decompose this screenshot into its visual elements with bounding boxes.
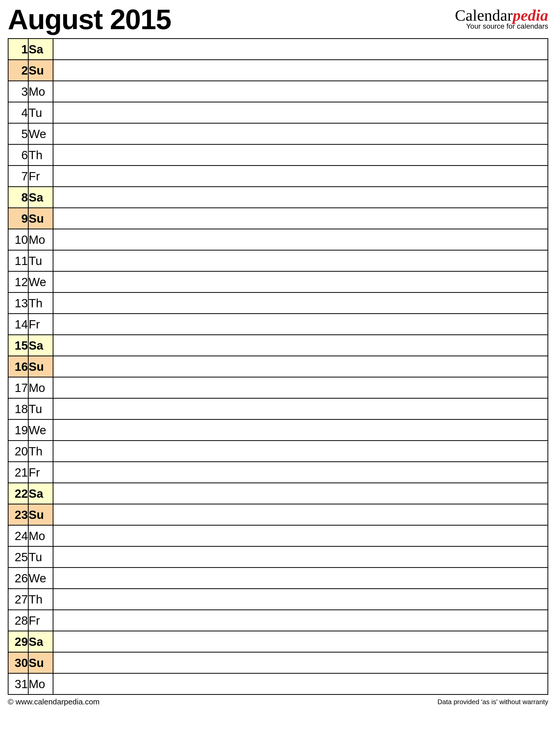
day-number: 2 [8,60,28,81]
day-number: 1 [8,39,28,60]
day-abbr: Sa [28,631,53,652]
day-number: 15 [8,335,28,356]
day-note [53,652,548,673]
calendar-row: 2Su [8,60,548,81]
day-number: 11 [8,250,28,271]
calendar-row: 12We [8,271,548,293]
header: August 2015 Calendarpedia Your source fo… [8,5,548,34]
day-number: 23 [8,504,28,525]
calendar-row: 23Su [8,504,548,525]
day-abbr: Su [28,356,53,377]
brand-prefix: Calendar [455,6,513,24]
day-abbr: Su [28,652,53,673]
footer: © www.calendarpedia.com Data provided 'a… [8,697,548,706]
day-abbr: We [28,420,53,441]
day-note [53,60,548,81]
calendar-row: 29Sa [8,631,548,652]
day-number: 6 [8,145,28,166]
page-title: August 2015 [8,5,171,34]
day-number: 21 [8,462,28,483]
calendar-row: 1Sa [8,39,548,60]
day-note [53,504,548,525]
calendar-row: 3Mo [8,81,548,102]
calendar-row: 13Th [8,293,548,314]
day-number: 18 [8,399,28,420]
day-number: 17 [8,377,28,399]
day-number: 7 [8,166,28,187]
day-note [53,229,548,250]
day-number: 26 [8,568,28,589]
day-number: 14 [8,314,28,335]
calendar-row: 8Sa [8,187,548,208]
day-note [53,377,548,399]
day-abbr: Th [28,441,53,462]
day-note [53,568,548,589]
calendar-row: 7Fr [8,166,548,187]
calendar-row: 6Th [8,145,548,166]
day-abbr: We [28,123,53,145]
calendar-row: 5We [8,123,548,145]
day-abbr: Su [28,504,53,525]
calendar-row: 14Fr [8,314,548,335]
day-number: 28 [8,610,28,631]
day-abbr: Th [28,293,53,314]
day-number: 13 [8,293,28,314]
calendar-row: 22Sa [8,483,548,504]
day-note [53,208,548,229]
day-note [53,335,548,356]
day-number: 9 [8,208,28,229]
day-note [53,441,548,462]
day-number: 25 [8,546,28,568]
day-note [53,399,548,420]
day-abbr: Su [28,60,53,81]
day-note [53,610,548,631]
day-note [53,123,548,145]
brand-block: Calendarpedia Your source for calendars [455,5,548,31]
calendar-row: 4Tu [8,102,548,123]
day-note [53,39,548,60]
day-note [53,420,548,441]
day-note [53,462,548,483]
day-abbr: Mo [28,525,53,546]
day-abbr: We [28,568,53,589]
day-abbr: Th [28,145,53,166]
day-abbr: We [28,271,53,293]
day-note [53,546,548,568]
day-note [53,293,548,314]
day-number: 31 [8,673,28,694]
calendar-row: 18Tu [8,399,548,420]
calendar-row: 31Mo [8,673,548,694]
footer-disclaimer: Data provided 'as is' without warranty [438,698,548,706]
day-abbr: Fr [28,462,53,483]
brand-tagline: Your source for calendars [455,22,548,31]
day-note [53,187,548,208]
calendar-row: 19We [8,420,548,441]
day-note [53,525,548,546]
day-note [53,314,548,335]
day-number: 8 [8,187,28,208]
day-note [53,102,548,123]
day-abbr: Th [28,589,53,610]
day-abbr: Mo [28,229,53,250]
day-note [53,673,548,694]
footer-copyright: © www.calendarpedia.com [8,697,100,706]
day-number: 22 [8,483,28,504]
day-number: 19 [8,420,28,441]
day-note [53,483,548,504]
calendar-row: 9Su [8,208,548,229]
brand-name: Calendarpedia [455,7,548,23]
day-number: 4 [8,102,28,123]
day-abbr: Tu [28,102,53,123]
day-note [53,271,548,293]
day-note [53,356,548,377]
day-abbr: Sa [28,39,53,60]
day-abbr: Fr [28,166,53,187]
day-number: 10 [8,229,28,250]
day-abbr: Sa [28,187,53,208]
calendar-row: 10Mo [8,229,548,250]
calendar-row: 25Tu [8,546,548,568]
calendar-page: August 2015 Calendarpedia Your source fo… [0,0,556,711]
day-number: 27 [8,589,28,610]
calendar-row: 21Fr [8,462,548,483]
calendar-row: 27Th [8,589,548,610]
